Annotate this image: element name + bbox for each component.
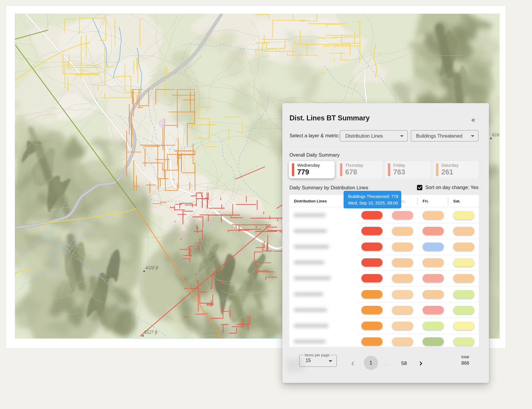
svg-text:6527 ft: 6527 ft [144,330,158,335]
svg-text:4118 ft: 4118 ft [145,265,158,270]
svg-text:616: 616 [492,132,499,137]
